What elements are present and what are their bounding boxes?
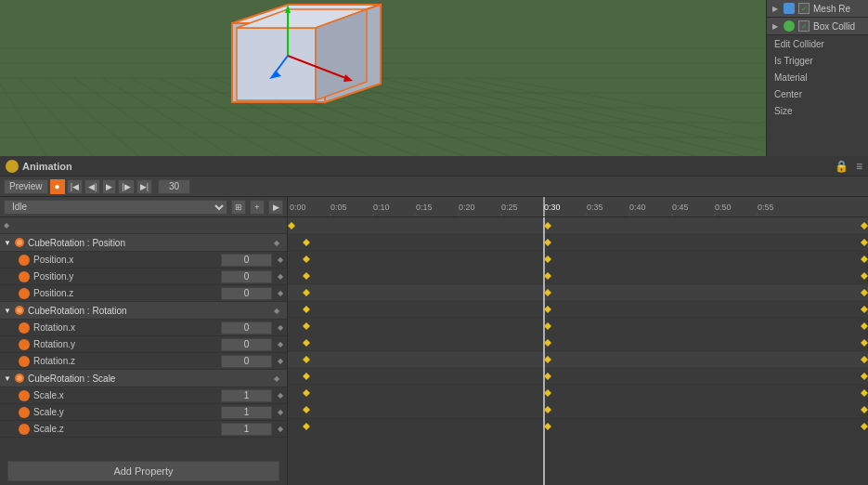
rotation-x-diamond[interactable]: ◆ (274, 321, 287, 334)
rotation-group-header[interactable]: ▼ CubeRotation : Rotation ◆ (0, 302, 287, 320)
clip-row: Idle ⊞ + ▶ (0, 197, 287, 217)
frame-number-input[interactable]: 30 (158, 179, 190, 194)
scene-grid (0, 0, 868, 156)
prev-frame-button[interactable]: ◀| (84, 179, 100, 194)
position-z-label: Position.z (32, 288, 221, 298)
rotation-y-icon (19, 339, 30, 350)
collider-checkbox[interactable]: ✓ (798, 20, 810, 32)
tracks-svg (288, 217, 868, 485)
svg-text:0:50: 0:50 (715, 203, 732, 212)
preview-button[interactable]: Preview (4, 179, 48, 194)
position-z-input[interactable]: 0 (221, 287, 272, 300)
add-curve-button[interactable]: + (250, 200, 265, 215)
center-row[interactable]: Center (767, 85, 868, 102)
position-y-icon (19, 271, 30, 282)
main-diamond[interactable]: ◆ (0, 219, 13, 232)
rotation-x-icon (19, 322, 30, 334)
position-y-label: Position.y (32, 271, 221, 282)
svg-marker-126 (861, 423, 868, 430)
is-trigger-row[interactable]: Is Trigger (767, 52, 868, 69)
clip-dropdown[interactable]: Idle (4, 200, 227, 215)
timeline-area: Idle ⊞ + ▶ ◆ ▼ CubeRotation : Position ◆ (0, 197, 868, 485)
scale-y-input[interactable]: 1 (221, 406, 272, 419)
edit-collider-label: Edit Collider (774, 39, 824, 49)
rotation-x-label: Rotation.x (32, 322, 221, 333)
rotation-z-icon (19, 356, 30, 367)
rotation-anim-icon (15, 306, 24, 315)
svg-text:0:10: 0:10 (373, 203, 390, 212)
svg-text:0:40: 0:40 (629, 203, 646, 212)
svg-marker-31 (237, 28, 316, 100)
skip-end-button[interactable]: ▶| (136, 179, 152, 194)
scale-z-input[interactable]: 1 (221, 423, 272, 436)
record-button[interactable]: ● (50, 179, 65, 194)
position-group-diamond[interactable]: ◆ (270, 236, 283, 249)
grid-view-button[interactable]: ⊞ (231, 200, 246, 215)
mesh-renderer-header[interactable]: ▶ ✓ Mesh Re (767, 0, 868, 18)
rotation-z-diamond[interactable]: ◆ (274, 355, 287, 368)
svg-rect-71 (288, 351, 868, 368)
svg-rect-64 (288, 234, 868, 251)
position-z-icon (19, 288, 30, 299)
rotation-z-row: Rotation.z 0 ◆ (0, 353, 287, 370)
scale-y-diamond[interactable]: ◆ (274, 406, 287, 419)
mesh-expand-arrow: ▶ (772, 5, 780, 13)
scale-anim-icon (15, 374, 24, 383)
rotation-y-label: Rotation.y (32, 339, 221, 349)
scale-x-diamond[interactable]: ◆ (274, 389, 287, 402)
inspector-panel: ▶ ✓ Mesh Re ▶ ✓ Box Collid Edit Collider… (766, 0, 868, 156)
svg-rect-73 (288, 385, 868, 401)
rotation-group-diamond[interactable]: ◆ (270, 304, 283, 317)
position-y-input[interactable]: 0 (221, 270, 272, 283)
center-label: Center (774, 89, 802, 99)
property-panel: Idle ⊞ + ▶ ◆ ▼ CubeRotation : Position ◆ (0, 197, 288, 485)
scale-z-icon (19, 424, 30, 435)
rotation-z-input[interactable]: 0 (221, 355, 272, 368)
edit-collider-row[interactable]: Edit Collider (767, 35, 868, 52)
scale-y-label: Scale.y (32, 407, 221, 417)
position-z-diamond[interactable]: ◆ (274, 287, 287, 300)
rotation-x-input[interactable]: 0 (221, 321, 272, 334)
position-x-label: Position.x (32, 255, 221, 265)
scale-z-diamond[interactable]: ◆ (274, 423, 287, 436)
svg-marker-125 (544, 423, 551, 430)
animation-panel: Animation 🔒 ≡ Preview ● |◀ ◀| ▶ |▶ ▶| 30… (0, 156, 868, 485)
next-frame-button[interactable]: |▶ (118, 179, 134, 194)
lock-icon[interactable]: 🔒 (835, 160, 849, 173)
size-row[interactable]: Size (767, 102, 868, 119)
add-property-button[interactable]: Add Property (7, 461, 279, 481)
scale-y-row: Scale.y 1 ◆ (0, 404, 287, 421)
animation-icon (6, 160, 19, 173)
mesh-checkbox[interactable]: ✓ (798, 3, 810, 14)
play-button[interactable]: ▶ (102, 179, 116, 194)
extra-options-button[interactable]: ▶ (268, 200, 283, 215)
svg-rect-70 (288, 334, 868, 351)
box-collider-header[interactable]: ▶ ✓ Box Collid (767, 18, 868, 35)
svg-marker-124 (303, 423, 310, 430)
scale-z-row: Scale.z 1 ◆ (0, 421, 287, 438)
position-x-input[interactable]: 0 (221, 254, 272, 267)
rotation-z-label: Rotation.z (32, 356, 221, 366)
position-x-diamond[interactable]: ◆ (274, 254, 287, 267)
material-row[interactable]: Material (767, 69, 868, 85)
position-anim-icon (15, 238, 24, 247)
mesh-icon (784, 3, 795, 14)
rotation-y-input[interactable]: 0 (221, 338, 272, 351)
scale-x-label: Scale.x (32, 390, 221, 400)
scale-group-diamond[interactable]: ◆ (270, 372, 283, 385)
svg-text:0:55: 0:55 (758, 203, 774, 212)
menu-icon[interactable]: ≡ (856, 160, 862, 173)
scale-expand-arrow: ▼ (4, 374, 11, 383)
scale-group-header[interactable]: ▼ CubeRotation : Scale ◆ (0, 370, 287, 387)
skip-start-button[interactable]: |◀ (67, 179, 83, 194)
svg-text:0:15: 0:15 (416, 203, 433, 212)
scale-x-icon (19, 390, 30, 401)
svg-text:0:20: 0:20 (459, 203, 475, 212)
rotation-y-diamond[interactable]: ◆ (274, 338, 287, 351)
position-group-header[interactable]: ▼ CubeRotation : Position ◆ (0, 234, 287, 252)
rotation-expand-arrow: ▼ (4, 307, 11, 315)
position-y-diamond[interactable]: ◆ (274, 270, 287, 283)
scale-x-input[interactable]: 1 (221, 389, 272, 402)
material-label: Material (774, 72, 808, 83)
position-group-label: CubeRotation : Position (28, 238, 125, 248)
